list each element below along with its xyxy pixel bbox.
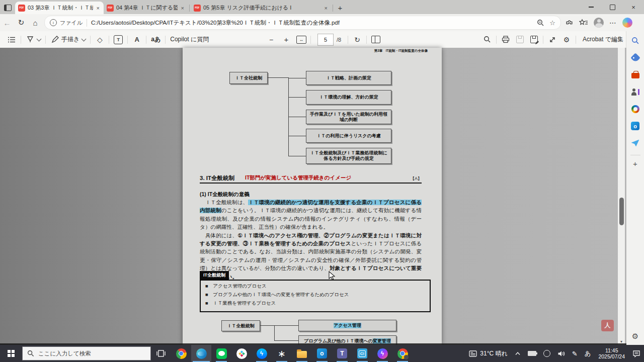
pdf-settings-gear-icon[interactable]: ⚙ (561, 34, 572, 46)
edge-sidebar: o + ⚙ (626, 31, 644, 345)
diagram-box-root: ＩＴ全社統制 (229, 72, 268, 84)
add-text-icon[interactable]: T (113, 34, 124, 46)
sidebar-search-icon[interactable] (629, 34, 642, 47)
battery-indicator[interactable] (524, 345, 540, 362)
tab-chapter5[interactable]: PDF 05 第5章 リスク評価手続における I × (191, 2, 332, 14)
search-document-icon[interactable] (481, 34, 493, 46)
slack-icon (236, 348, 247, 359)
fullscreen-icon[interactable] (547, 34, 558, 46)
home-icon[interactable]: ⌂ (28, 19, 42, 27)
close-tab-icon[interactable]: × (96, 5, 101, 11)
taskbar-app-messenger[interactable]: ϟ (252, 345, 272, 362)
taskbar-app-line[interactable] (211, 345, 231, 362)
section-rule (200, 183, 422, 184)
scrollbar-thumb[interactable] (619, 198, 624, 225)
weather-widget[interactable]: 31°C 晴れ (465, 345, 511, 362)
sidebar-add-button[interactable]: + (633, 159, 637, 168)
favorite-star-icon[interactable]: ☆ (549, 19, 555, 27)
start-button[interactable] (0, 345, 22, 362)
connector-line (288, 117, 306, 117)
zoom-out-icon[interactable]: − (266, 34, 277, 46)
taskbar-app-slack[interactable] (231, 345, 252, 362)
action-center-button[interactable] (629, 345, 644, 362)
acrobat-float-icon[interactable]: 人 (601, 320, 614, 331)
refresh-icon[interactable]: ↻ (14, 18, 28, 27)
sidebar-shopping-icon[interactable] (629, 51, 642, 64)
profile-avatar[interactable] (594, 18, 604, 28)
maximize-icon (610, 5, 615, 10)
taskbar-app-teams[interactable]: T (332, 345, 352, 362)
eraser-icon[interactable]: ◇ (94, 34, 105, 46)
pdf-file-icon: PDF (194, 5, 201, 12)
save-as-icon[interactable] (528, 34, 539, 46)
save-icon[interactable] (514, 34, 525, 46)
microsoft365-icon (631, 105, 639, 113)
sidebar-games-icon[interactable] (629, 85, 642, 99)
page-number-input[interactable] (317, 34, 334, 46)
maximize-button[interactable] (602, 0, 623, 14)
mouse-cursor (329, 271, 336, 281)
back-icon[interactable]: ← (0, 19, 14, 27)
ask-copilot-button[interactable]: Copilot に質問 (170, 35, 209, 44)
pdf-viewport[interactable]: 第3章 IT統制・IT統制監査の全体像 ＩＴ全社統制 ＩＴ戦略、計画の策定 ＩＴ… (0, 48, 626, 345)
draw-label[interactable]: 手描き (61, 35, 79, 44)
battery-icon (528, 351, 536, 356)
minimize-button[interactable] (581, 0, 602, 14)
volume-control[interactable] (554, 345, 569, 362)
taskbar-app-messenger-alt[interactable]: ϟ (372, 345, 392, 362)
taskbar-search-box[interactable]: ここに入力して検索 (22, 346, 151, 360)
vertical-scrollbar[interactable]: ▾ (618, 48, 625, 345)
task-view-button[interactable] (151, 345, 171, 362)
ime-indicator[interactable]: あ (581, 345, 595, 362)
close-tab-icon[interactable]: × (180, 5, 185, 11)
sidebar-tools-icon[interactable] (629, 68, 642, 81)
para1-lead: ＩＴ全般統制は、 (200, 200, 248, 205)
taskbar-app-explorer[interactable] (292, 345, 312, 362)
read-aloud-icon[interactable]: A (131, 34, 142, 46)
taskbar-app-chrome-alt[interactable] (392, 345, 413, 362)
hidden-icons-button[interactable] (511, 345, 524, 362)
close-window-button[interactable]: × (623, 0, 644, 14)
sidebar-drop-icon[interactable] (629, 136, 642, 150)
windows-logo-icon (8, 350, 15, 357)
taskbar-app-clipstudio[interactable]: C! (352, 345, 372, 362)
page-view-icon[interactable] (370, 34, 381, 46)
fit-to-width-icon[interactable]: ↔ (296, 34, 307, 46)
edit-in-acrobat-button[interactable]: Acrobat で編集 (583, 35, 623, 44)
paragraph-2: 具体的には、①ＩＴ環境へのアクセス権の管理、②プログラムの変更またはＩＴ環境に対… (200, 232, 422, 281)
settings-menu-icon[interactable]: ⋯ (609, 19, 617, 27)
taskbar-app-chrome[interactable] (171, 345, 191, 362)
taskbar-app-outlook[interactable]: o (312, 345, 332, 362)
workspace-menu-button[interactable] (0, 1, 15, 14)
tab-chapter4[interactable]: PDF 04 第4章 ＩＴに関する監査の種類 × (104, 2, 188, 14)
url-text[interactable]: C:/Users/aotosi/Desktop/CPA/ITテキスト/03%20… (91, 19, 532, 27)
translate-icon[interactable]: aあ (151, 35, 160, 44)
copilot-icon[interactable] (622, 18, 632, 28)
url-field[interactable]: i ファイル C:/Users/aotosi/Desktop/CPA/ITテキス… (44, 16, 561, 30)
print-icon[interactable] (500, 34, 511, 46)
zoom-page-icon[interactable] (537, 19, 544, 27)
taskbar-app-edge[interactable] (191, 345, 211, 362)
new-tab-button[interactable]: + (334, 2, 346, 14)
chevron-down-icon[interactable] (82, 36, 87, 41)
extensions-icon[interactable] (565, 19, 574, 27)
zoom-in-icon[interactable]: + (281, 34, 292, 46)
table-of-contents-icon[interactable] (6, 34, 17, 46)
pen-settings[interactable]: ✎ (569, 345, 581, 362)
favorites-bar-icon[interactable] (579, 19, 588, 27)
highlighter-icon[interactable] (25, 34, 36, 46)
tab-chapter3[interactable]: PDF 03 第3章 ＩＴ統制・ＩＴ統制監査 × (15, 2, 104, 14)
tab-divider (189, 5, 190, 12)
rotate-icon[interactable]: ↻ (352, 34, 363, 46)
sidebar-outlook-icon[interactable]: o (629, 119, 642, 133)
sidebar-m365-icon[interactable] (629, 102, 642, 116)
taskbar-app-chatgpt[interactable]: ∗ (272, 345, 292, 362)
security-indicator[interactable] (540, 345, 554, 362)
section-title: 3. IT全般統制 (200, 174, 234, 182)
chevron-down-icon[interactable] (37, 36, 42, 41)
draw-pen-icon[interactable] (49, 34, 60, 46)
sidebar-settings-gear-icon[interactable]: ⚙ (632, 332, 638, 341)
close-tab-icon[interactable]: × (324, 5, 329, 11)
page-info-icon[interactable]: i (50, 19, 57, 26)
clock-widget[interactable]: 11:45 2025/07/24 (594, 347, 629, 360)
